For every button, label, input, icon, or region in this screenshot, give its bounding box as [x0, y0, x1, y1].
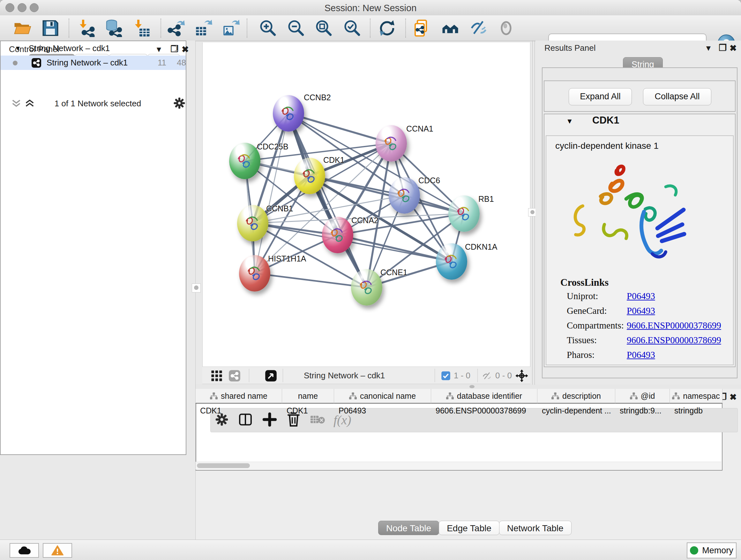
import-table-icon[interactable] — [133, 19, 151, 37]
results-panel-close-icon[interactable]: ✖ — [730, 43, 737, 53]
protein-thumbnail-icon — [441, 250, 462, 273]
grid-view-icon[interactable] — [211, 370, 223, 382]
cloud-button[interactable] — [10, 543, 39, 558]
tree-expander-icon[interactable]: ▼ — [15, 41, 21, 56]
memory-button[interactable]: Memory — [687, 543, 737, 558]
network-view-icon[interactable] — [228, 370, 241, 382]
column-type-icon — [446, 392, 454, 399]
node-RB1[interactable] — [448, 195, 480, 232]
node-CCNA2[interactable] — [322, 217, 353, 253]
tab-node-table[interactable]: Node Table — [378, 521, 439, 535]
table-panel: Table Panel ▼ ❐ ✖ f(x) shared namenameca… — [196, 389, 741, 540]
network-options-gear-icon[interactable] — [173, 97, 186, 110]
crosslink-value[interactable]: P06493 — [627, 291, 655, 301]
hidden-count: 0 - 0 — [495, 371, 512, 381]
table-cell[interactable]: 9606.ENSP00000378699 — [431, 404, 537, 417]
edge-HIST1H1A-CCNE1[interactable] — [255, 273, 367, 287]
node-CDK1[interactable] — [294, 158, 325, 194]
open-session-icon[interactable] — [13, 19, 31, 37]
node-CCNE1[interactable] — [351, 269, 382, 306]
results-panel-float-icon[interactable]: ❐ — [719, 43, 727, 53]
protein-thumbnail-icon — [454, 202, 474, 226]
table-cell[interactable]: CDK1 — [282, 404, 334, 417]
table-cell[interactable]: stringdb — [670, 404, 723, 417]
export-image-icon[interactable] — [222, 19, 240, 37]
network-edges — [203, 43, 530, 367]
save-session-icon[interactable] — [42, 19, 59, 37]
node-label-CDKN1A: CDKN1A — [465, 242, 497, 252]
table-cell[interactable]: CDK1 — [196, 404, 282, 417]
protein-structure-image — [570, 158, 692, 273]
edge-CDK1-RB1[interactable] — [310, 176, 464, 213]
show-all-networks-icon[interactable] — [441, 19, 459, 37]
zoom-out-icon[interactable] — [286, 19, 305, 37]
show-hidden-icon[interactable] — [497, 19, 515, 37]
warning-button[interactable] — [43, 543, 72, 558]
column-type-icon — [672, 392, 680, 399]
table-panel-close-icon[interactable]: ✖ — [730, 392, 737, 402]
results-panel: Results Panel ▼ ❐ ✖ String Expand All Co… — [536, 41, 741, 385]
network-canvas[interactable]: CCNB2CCNA1CDC25BCDK1CDC6RB1CCNB1CCNA2CDK… — [202, 43, 530, 367]
selected-checkbox-icon[interactable] — [441, 371, 451, 381]
import-network-icon[interactable] — [77, 19, 95, 37]
protein-thumbnail-icon — [356, 275, 377, 299]
network-selection-status: 1 of 1 Network selected — [0, 99, 196, 109]
crosslink-value[interactable]: P06493 — [627, 306, 655, 316]
gene-description: cyclin-dependent kinase 1 — [555, 141, 659, 151]
crosslink-value[interactable]: P06493 — [627, 350, 655, 360]
horizontal-splitter[interactable] — [196, 384, 741, 389]
table-cell[interactable]: stringdb:9... — [615, 404, 670, 417]
network-tree-root-row[interactable]: ▼ String Network – cdk1 1 — [1, 41, 186, 56]
zoom-in-icon[interactable] — [259, 19, 276, 37]
edge-CCNB2-HIST1H1A[interactable] — [255, 113, 288, 273]
selected-count: 1 - 0 — [454, 371, 470, 381]
splitter-handle[interactable] — [192, 284, 201, 293]
node-CCNB1[interactable] — [237, 205, 268, 241]
zoom-selected-icon[interactable] — [343, 19, 360, 37]
fit-content-crosshair-icon[interactable] — [515, 369, 529, 382]
crosslink-value[interactable]: 9606.ENSP00000378699 — [627, 335, 721, 346]
column-header-1[interactable]: name — [282, 389, 334, 403]
column-header-3[interactable]: database identifier — [431, 389, 537, 403]
network-tree-network-row[interactable]: String Network – cdk1 11 48 — [1, 56, 186, 70]
column-header-5[interactable]: @id — [615, 389, 670, 403]
gene-name: CDK1 — [592, 115, 619, 126]
table-cell[interactable]: cyclin-dependent ... — [537, 404, 615, 417]
collapse-all-button[interactable]: Collapse All — [643, 88, 711, 105]
node-CCNA1[interactable] — [376, 125, 407, 162]
gene-section-expander-icon[interactable]: ▼ — [566, 117, 573, 125]
memory-status-icon — [690, 546, 698, 555]
expand-all-button[interactable]: Expand All — [569, 88, 632, 105]
column-header-label: canonical name — [360, 391, 416, 401]
node-CDC6[interactable] — [389, 177, 420, 213]
table-cell[interactable]: P06493 — [334, 404, 431, 417]
results-panel-collapse-icon[interactable]: ▼ — [704, 44, 712, 53]
toolbar-separator — [370, 18, 370, 38]
node-HIST1H1A[interactable] — [239, 255, 270, 292]
import-network-from-database-icon[interactable] — [105, 19, 122, 37]
table-hscrollbar[interactable] — [196, 462, 721, 470]
edge-CCNA2-CDKN1A[interactable] — [338, 235, 452, 261]
column-header-4[interactable]: description — [537, 389, 615, 403]
detach-view-icon[interactable] — [265, 370, 277, 382]
zoom-fit-icon[interactable] — [314, 19, 332, 37]
node-CCNB2[interactable] — [273, 95, 304, 132]
tab-network-table[interactable]: Network Table — [499, 521, 571, 535]
export-network-icon[interactable] — [167, 19, 185, 37]
column-header-6[interactable]: namespac — [670, 389, 723, 403]
column-header-0[interactable]: shared name — [196, 389, 282, 403]
crosslink-value[interactable]: 9606.ENSP00000378699 — [627, 320, 721, 331]
hide-selected-icon[interactable] — [469, 19, 487, 37]
protein-thumbnail-icon — [245, 261, 265, 285]
node-CDC25B[interactable] — [229, 143, 260, 179]
clone-network-icon[interactable] — [413, 19, 431, 37]
column-type-icon — [349, 392, 357, 399]
node-CDKN1A[interactable] — [436, 243, 467, 280]
cloud-icon — [17, 546, 31, 555]
tab-edge-table[interactable]: Edge Table — [439, 521, 499, 535]
refresh-icon[interactable] — [378, 19, 396, 37]
column-header-2[interactable]: canonical name — [334, 389, 431, 403]
export-table-icon[interactable] — [194, 19, 212, 37]
hidden-eye-slash-icon[interactable] — [482, 371, 492, 381]
node-label-HIST1H1A: HIST1H1A — [268, 254, 306, 263]
